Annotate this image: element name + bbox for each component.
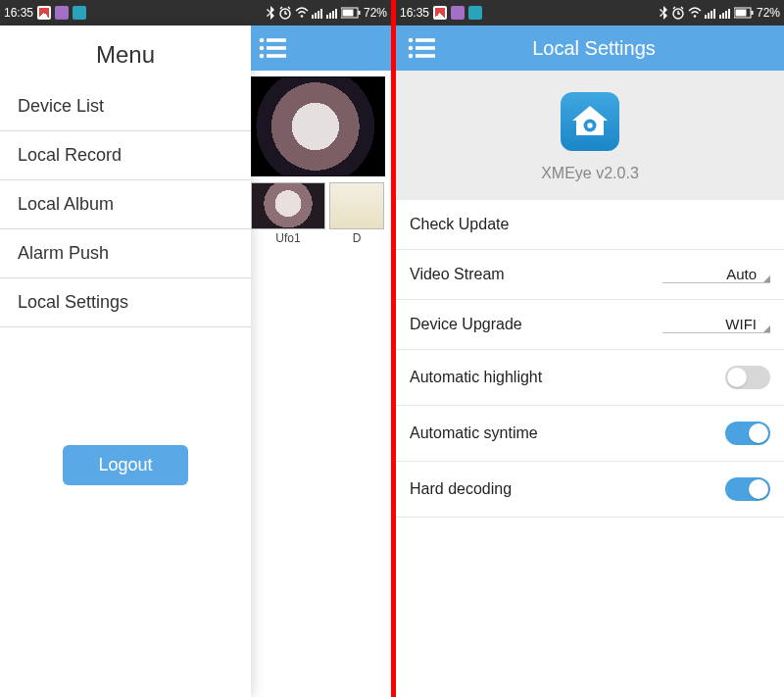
svg-point-13 [260,38,265,43]
signal-icon [705,7,716,19]
hamburger-icon[interactable] [259,37,286,59]
app-version: XMEye v2.0.3 [396,165,784,182]
status-battery: 72% [364,6,387,20]
viewer-column: Ufo1 D [251,25,391,697]
svg-rect-31 [751,11,753,15]
settings-list: Check Update Video Stream Auto Device Up… [396,200,784,518]
status-time: 16:35 [400,6,429,20]
svg-point-39 [587,123,592,127]
svg-rect-27 [725,11,727,19]
gmail-icon [433,6,447,20]
toggle-automatic-highlight[interactable] [725,366,770,389]
status-time: 16:35 [4,6,33,20]
notif-icon [55,6,69,20]
row-label: Automatic syntime [410,424,538,442]
svg-rect-21 [705,15,707,19]
svg-rect-35 [416,46,435,50]
signal-icon [719,7,731,19]
row-device-upgrade[interactable]: Device Upgrade WIFI [396,300,784,350]
page-title: Local Settings [435,37,772,60]
thumbnail-label: D [329,231,384,245]
svg-point-1 [301,15,304,18]
notif-icon [73,6,86,20]
bluetooth-icon [266,6,275,20]
screenshot-a: 16:35 [0,0,391,697]
row-check-update[interactable]: Check Update [396,200,784,250]
toggle-automatic-syntime[interactable] [725,422,770,445]
svg-point-36 [409,54,414,59]
appbar: Local Settings [396,25,784,71]
dropdown-value[interactable]: Auto [662,266,770,283]
wifi-icon [688,7,702,19]
row-automatic-highlight: Automatic highlight [396,350,784,406]
statusbar: 16:35 [0,0,391,25]
svg-rect-22 [708,13,710,19]
notif-icon [468,6,482,20]
nav-drawer: Menu Device List Local Record Local Albu… [0,25,251,697]
svg-rect-25 [719,15,721,19]
camera-thumbnail[interactable] [329,182,384,229]
svg-rect-18 [267,54,286,58]
status-battery: 72% [757,6,780,20]
row-label: Hard decoding [410,480,512,498]
menu-alarm-push[interactable]: Alarm Push [0,229,251,278]
bluetooth-icon [659,6,668,20]
menu-local-record[interactable]: Local Record [0,131,251,180]
logout-button[interactable]: Logout [63,445,187,485]
svg-point-20 [694,15,697,18]
svg-rect-4 [318,11,319,19]
toggle-hard-decoding[interactable] [725,477,770,501]
svg-rect-6 [326,15,328,19]
thumbnail-label: Ufo1 [251,231,325,245]
dropdown-value[interactable]: WIFI [662,316,770,333]
svg-point-34 [409,46,414,51]
drawer-title: Menu [0,29,251,82]
menu-device-list[interactable]: Device List [0,82,251,131]
branding-panel: XMEye v2.0.3 [396,71,784,200]
signal-icon [326,7,338,19]
svg-rect-3 [315,13,317,19]
svg-rect-11 [342,10,353,17]
menu-local-album[interactable]: Local Album [0,180,251,229]
battery-icon [734,7,754,19]
menu-local-settings[interactable]: Local Settings [0,278,251,327]
row-label: Check Update [410,216,509,233]
wifi-icon [295,7,309,19]
row-label: Device Upgrade [410,316,522,333]
row-video-stream[interactable]: Video Stream Auto [396,250,784,300]
svg-rect-23 [710,11,712,19]
svg-rect-5 [320,9,322,19]
gmail-icon [37,6,51,20]
svg-rect-7 [329,13,331,19]
svg-point-15 [260,46,265,51]
notif-icon [451,6,465,20]
svg-rect-37 [416,54,435,58]
appbar [251,25,391,71]
svg-rect-16 [267,46,286,50]
camera-thumbnail[interactable] [251,182,325,229]
camera-feed[interactable] [251,76,385,176]
row-hard-decoding: Hard decoding [396,462,784,518]
svg-rect-28 [728,9,730,19]
svg-point-17 [260,54,265,59]
battery-icon [341,7,361,19]
svg-point-32 [409,38,414,43]
svg-rect-30 [735,10,746,17]
svg-rect-33 [416,38,435,42]
svg-rect-9 [335,9,337,19]
hamburger-icon[interactable] [408,37,435,59]
svg-rect-24 [713,9,715,19]
statusbar: 16:35 [396,0,784,25]
signal-icon [312,7,323,19]
row-automatic-syntime: Automatic syntime [396,406,784,462]
svg-rect-26 [722,13,724,19]
svg-rect-8 [332,11,334,19]
svg-rect-14 [267,38,286,42]
svg-rect-12 [358,11,360,15]
row-label: Automatic highlight [410,369,542,386]
alarm-icon [278,6,292,20]
app-icon [561,92,619,151]
row-label: Video Stream [410,266,505,283]
svg-rect-2 [312,15,314,19]
alarm-icon [671,6,685,20]
